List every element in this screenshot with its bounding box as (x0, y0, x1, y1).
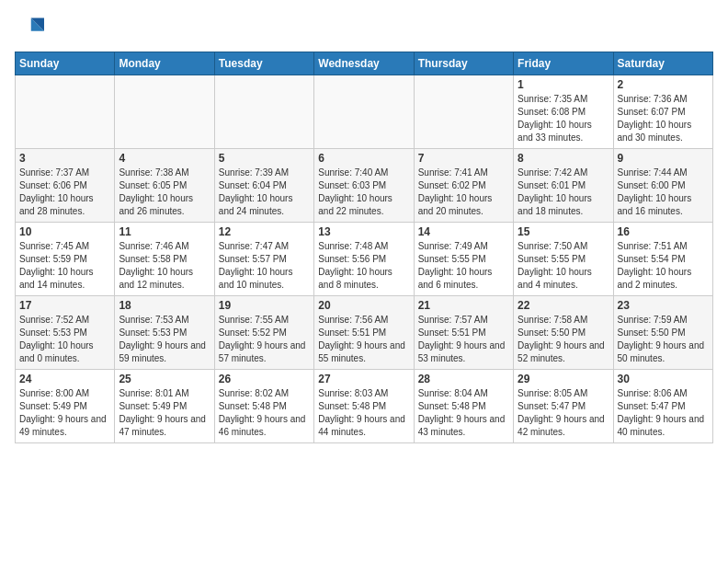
calendar-day-cell (16, 75, 115, 149)
day-info: Sunrise: 8:05 AMSunset: 5:47 PMDaylight:… (518, 387, 609, 439)
calendar-day-cell: 11Sunrise: 7:46 AMSunset: 5:58 PMDayligh… (115, 223, 214, 296)
weekday-header: Tuesday (214, 52, 313, 75)
day-info: Sunrise: 7:53 AMSunset: 5:53 PMDaylight:… (119, 314, 210, 365)
calendar-day-cell: 14Sunrise: 7:49 AMSunset: 5:55 PMDayligh… (414, 223, 513, 296)
weekday-header: Monday (115, 52, 214, 75)
day-info: Sunrise: 8:00 AMSunset: 5:49 PMDaylight:… (19, 387, 110, 439)
calendar-day-cell: 30Sunrise: 8:06 AMSunset: 5:47 PMDayligh… (613, 370, 712, 443)
day-info: Sunrise: 7:47 AMSunset: 5:57 PMDaylight:… (219, 240, 310, 292)
day-info: Sunrise: 7:58 AMSunset: 5:50 PMDaylight:… (518, 314, 609, 365)
day-info: Sunrise: 7:55 AMSunset: 5:52 PMDaylight:… (219, 314, 310, 365)
day-number: 23 (618, 299, 709, 312)
day-number: 25 (119, 373, 210, 385)
day-number: 3 (19, 152, 110, 165)
day-info: Sunrise: 7:46 AMSunset: 5:58 PMDaylight:… (119, 240, 210, 292)
day-number: 9 (618, 152, 709, 165)
day-number: 24 (19, 373, 110, 385)
day-number: 18 (119, 299, 210, 312)
calendar-week-row: 24Sunrise: 8:00 AMSunset: 5:49 PMDayligh… (16, 370, 713, 443)
calendar-day-cell: 19Sunrise: 7:55 AMSunset: 5:52 PMDayligh… (214, 296, 313, 370)
weekday-header: Friday (514, 52, 613, 75)
day-info: Sunrise: 7:39 AMSunset: 6:04 PMDaylight:… (219, 167, 310, 218)
day-info: Sunrise: 7:48 AMSunset: 5:56 PMDaylight:… (318, 240, 409, 292)
day-info: Sunrise: 8:02 AMSunset: 5:48 PMDaylight:… (219, 387, 310, 439)
day-info: Sunrise: 7:49 AMSunset: 5:55 PMDaylight:… (418, 240, 509, 292)
day-number: 6 (318, 152, 409, 165)
day-info: Sunrise: 7:45 AMSunset: 5:59 PMDaylight:… (19, 240, 110, 292)
day-number: 17 (19, 299, 110, 312)
calendar-day-cell: 8Sunrise: 7:42 AMSunset: 6:01 PMDaylight… (514, 149, 613, 223)
calendar-day-cell (214, 75, 313, 149)
calendar-day-cell: 9Sunrise: 7:44 AMSunset: 6:00 PMDaylight… (613, 149, 712, 223)
calendar-day-cell: 20Sunrise: 7:56 AMSunset: 5:51 PMDayligh… (314, 296, 414, 370)
weekday-header: Wednesday (314, 52, 414, 75)
weekday-header: Saturday (613, 52, 712, 75)
calendar-week-row: 1Sunrise: 7:35 AMSunset: 6:08 PMDaylight… (16, 75, 713, 149)
calendar-day-cell (314, 75, 414, 149)
calendar-day-cell: 2Sunrise: 7:36 AMSunset: 6:07 PMDaylight… (613, 75, 712, 149)
calendar-day-cell: 17Sunrise: 7:52 AMSunset: 5:53 PMDayligh… (16, 296, 115, 370)
weekday-header: Sunday (16, 52, 115, 75)
day-number: 8 (518, 152, 609, 165)
day-info: Sunrise: 7:59 AMSunset: 5:50 PMDaylight:… (618, 314, 709, 365)
calendar-day-cell (414, 75, 513, 149)
calendar-day-cell: 18Sunrise: 7:53 AMSunset: 5:53 PMDayligh… (115, 296, 214, 370)
calendar-day-cell: 12Sunrise: 7:47 AMSunset: 5:57 PMDayligh… (214, 223, 313, 296)
day-info: Sunrise: 7:38 AMSunset: 6:05 PMDaylight:… (119, 167, 210, 218)
calendar-day-cell: 10Sunrise: 7:45 AMSunset: 5:59 PMDayligh… (16, 223, 115, 296)
day-number: 19 (219, 299, 310, 312)
day-info: Sunrise: 7:40 AMSunset: 6:03 PMDaylight:… (318, 167, 409, 218)
day-info: Sunrise: 7:35 AMSunset: 6:08 PMDaylight:… (518, 93, 609, 144)
day-info: Sunrise: 8:04 AMSunset: 5:48 PMDaylight:… (418, 387, 509, 439)
calendar-day-cell: 7Sunrise: 7:41 AMSunset: 6:02 PMDaylight… (414, 149, 513, 223)
day-number: 26 (219, 373, 310, 385)
day-info: Sunrise: 7:41 AMSunset: 6:02 PMDaylight:… (418, 167, 509, 218)
calendar-header-row: SundayMondayTuesdayWednesdayThursdayFrid… (16, 52, 713, 75)
day-number: 2 (618, 78, 709, 91)
day-number: 27 (318, 373, 409, 385)
calendar-day-cell: 26Sunrise: 8:02 AMSunset: 5:48 PMDayligh… (214, 370, 313, 443)
day-info: Sunrise: 7:42 AMSunset: 6:01 PMDaylight:… (518, 167, 609, 218)
day-number: 10 (19, 225, 110, 238)
calendar-day-cell: 5Sunrise: 7:39 AMSunset: 6:04 PMDaylight… (214, 149, 313, 223)
day-number: 16 (618, 225, 709, 238)
calendar-day-cell: 4Sunrise: 7:38 AMSunset: 6:05 PMDaylight… (115, 149, 214, 223)
calendar-day-cell: 25Sunrise: 8:01 AMSunset: 5:49 PMDayligh… (115, 370, 214, 443)
calendar-day-cell: 27Sunrise: 8:03 AMSunset: 5:48 PMDayligh… (314, 370, 414, 443)
logo-icon (15, 15, 44, 44)
calendar-table: SundayMondayTuesdayWednesdayThursdayFrid… (15, 52, 713, 443)
day-info: Sunrise: 8:01 AMSunset: 5:49 PMDaylight:… (119, 387, 210, 439)
calendar-day-cell: 13Sunrise: 7:48 AMSunset: 5:56 PMDayligh… (314, 223, 414, 296)
day-number: 4 (119, 152, 210, 165)
calendar-day-cell: 6Sunrise: 7:40 AMSunset: 6:03 PMDaylight… (314, 149, 414, 223)
day-number: 20 (318, 299, 409, 312)
calendar-day-cell: 22Sunrise: 7:58 AMSunset: 5:50 PMDayligh… (514, 296, 613, 370)
day-number: 12 (219, 225, 310, 238)
day-number: 29 (518, 373, 609, 385)
calendar-day-cell: 15Sunrise: 7:50 AMSunset: 5:55 PMDayligh… (514, 223, 613, 296)
calendar-day-cell: 29Sunrise: 8:05 AMSunset: 5:47 PMDayligh… (514, 370, 613, 443)
day-number: 30 (618, 373, 709, 385)
day-number: 5 (219, 152, 310, 165)
day-number: 28 (418, 373, 509, 385)
calendar-week-row: 10Sunrise: 7:45 AMSunset: 5:59 PMDayligh… (16, 223, 713, 296)
calendar-day-cell: 21Sunrise: 7:57 AMSunset: 5:51 PMDayligh… (414, 296, 513, 370)
day-info: Sunrise: 7:37 AMSunset: 6:06 PMDaylight:… (19, 167, 110, 218)
page-header (15, 15, 713, 44)
logo (15, 15, 48, 44)
calendar-week-row: 17Sunrise: 7:52 AMSunset: 5:53 PMDayligh… (16, 296, 713, 370)
day-info: Sunrise: 7:51 AMSunset: 5:54 PMDaylight:… (618, 240, 709, 292)
day-number: 11 (119, 225, 210, 238)
day-number: 21 (418, 299, 509, 312)
weekday-header: Thursday (414, 52, 513, 75)
calendar-day-cell (115, 75, 214, 149)
day-info: Sunrise: 7:50 AMSunset: 5:55 PMDaylight:… (518, 240, 609, 292)
day-number: 7 (418, 152, 509, 165)
day-number: 1 (518, 78, 609, 91)
day-number: 13 (318, 225, 409, 238)
day-info: Sunrise: 7:56 AMSunset: 5:51 PMDaylight:… (318, 314, 409, 365)
day-number: 22 (518, 299, 609, 312)
calendar-day-cell: 3Sunrise: 7:37 AMSunset: 6:06 PMDaylight… (16, 149, 115, 223)
calendar-day-cell: 24Sunrise: 8:00 AMSunset: 5:49 PMDayligh… (16, 370, 115, 443)
day-info: Sunrise: 7:36 AMSunset: 6:07 PMDaylight:… (618, 93, 709, 144)
